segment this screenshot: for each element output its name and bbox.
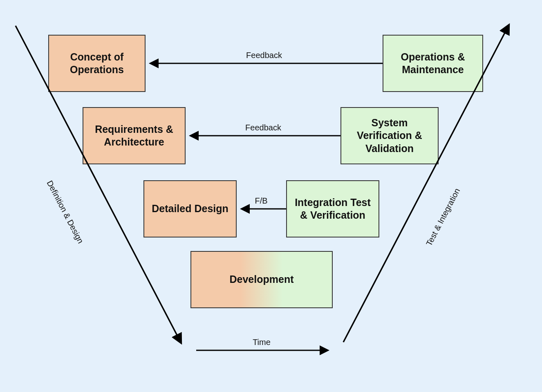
box-detailed-design: Detailed Design: [143, 180, 237, 237]
axis-label-left: Definition & Design: [45, 179, 85, 245]
box-label: System Verification & Validation: [347, 116, 432, 155]
feedback-label-3: F/B: [237, 196, 286, 206]
time-label: Time: [196, 338, 327, 347]
box-label: Concept of Operations: [55, 51, 139, 76]
box-development: Development: [190, 251, 333, 308]
box-concept-of-operations: Concept of Operations: [48, 35, 146, 92]
box-label: Detailed Design: [152, 202, 228, 215]
box-system-verification: System Verification & Validation: [340, 107, 439, 164]
box-operations-maintenance: Operations & Maintenance: [383, 35, 483, 92]
box-requirements-architecture: Requirements & Architecture: [83, 107, 186, 164]
box-label: Requirements & Architecture: [89, 123, 179, 149]
feedback-label-2: Feedback: [186, 123, 341, 132]
box-label: Development: [230, 273, 294, 286]
feedback-label-1: Feedback: [146, 51, 383, 60]
box-label: Operations & Maintenance: [389, 51, 477, 76]
axis-label-right: Test & Integration: [424, 187, 462, 248]
box-label: Integration Test & Verification: [293, 196, 373, 222]
box-integration-test: Integration Test & Verification: [286, 180, 379, 237]
